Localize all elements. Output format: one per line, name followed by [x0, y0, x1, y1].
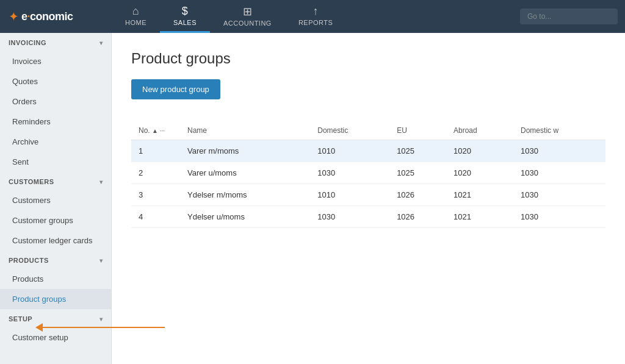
sidebar-item-reminders[interactable]: Reminders: [0, 112, 111, 132]
sidebar-item-customers[interactable]: Customers: [0, 190, 111, 210]
home-icon: ⌂: [132, 5, 139, 18]
sidebar: INVOICING ▾ Invoices Quotes Orders Remin…: [0, 33, 112, 364]
nav-reports[interactable]: ↑ REPORTS: [285, 0, 346, 33]
col-header-domestic-w: Domestic w: [513, 121, 605, 140]
cell-abroad: 1021: [446, 206, 513, 228]
cell-abroad: 1020: [446, 140, 513, 162]
product-groups-table: No. ▲ ··· Name Domestic EU Abroad Domest…: [131, 121, 605, 228]
cell-no: 4: [131, 206, 180, 228]
cell-name: Varer m/moms: [180, 140, 310, 162]
table-row[interactable]: 1Varer m/moms1010102510201030: [131, 140, 605, 162]
sidebar-item-invoices[interactable]: Invoices: [0, 51, 111, 71]
cell-no: 2: [131, 162, 180, 184]
chevron-down-icon: ▾: [99, 40, 103, 46]
sidebar-section-setup-label: SETUP: [9, 315, 32, 323]
sidebar-item-products[interactable]: Products: [0, 269, 111, 289]
sidebar-section-customers-label: CUSTOMERS: [9, 178, 54, 185]
cell-domestic_w: 1030: [513, 184, 605, 206]
top-nav: ✦ e·conomic ⌂ HOME $ SALES ⊞ ACCOUNTING …: [0, 0, 625, 33]
page-title: Product groups: [131, 50, 605, 67]
nav-items: ⌂ HOME $ SALES ⊞ ACCOUNTING ↑ REPORTS: [112, 0, 520, 33]
table-row[interactable]: 4Ydelser u/moms1030102610211030: [131, 206, 605, 228]
sales-icon: $: [182, 5, 189, 18]
col-header-no: No. ▲ ···: [131, 121, 180, 140]
sidebar-section-invoicing-label: INVOICING: [9, 39, 46, 46]
col-header-domestic: Domestic: [310, 121, 389, 140]
sidebar-item-customer-groups[interactable]: Customer groups: [0, 210, 111, 230]
sidebar-section-products[interactable]: PRODUCTS ▾: [0, 251, 111, 269]
nav-sales[interactable]: $ SALES: [160, 0, 210, 33]
cell-abroad: 1020: [446, 162, 513, 184]
cell-domestic: 1010: [310, 184, 389, 206]
reports-icon: ↑: [312, 5, 319, 18]
cell-eu: 1026: [389, 206, 446, 228]
chevron-down-icon: ▾: [99, 257, 103, 264]
cell-domestic: 1030: [310, 162, 389, 184]
logo-star-icon: ✦: [9, 9, 19, 24]
new-product-group-button[interactable]: New product group: [131, 79, 220, 99]
search-area: [520, 9, 618, 24]
sidebar-item-archive[interactable]: Archive: [0, 132, 111, 152]
chevron-down-icon: ▾: [99, 179, 103, 185]
cell-name: Ydelser m/moms: [180, 184, 310, 206]
sidebar-section-products-label: PRODUCTS: [9, 257, 49, 264]
search-input[interactable]: [520, 9, 618, 24]
sidebar-item-sent[interactable]: Sent: [0, 152, 111, 172]
cell-domestic: 1010: [310, 140, 389, 162]
main-content: Product groups New product group No. ▲ ·…: [112, 33, 625, 364]
sort-arrow-icon: ▲ ···: [152, 127, 165, 134]
sidebar-section-setup[interactable]: SETUP ▾: [0, 309, 111, 327]
nav-sales-label: SALES: [173, 19, 197, 26]
cell-domestic: 1030: [310, 206, 389, 228]
cell-no: 3: [131, 184, 180, 206]
sidebar-item-quotes[interactable]: Quotes: [0, 71, 111, 91]
col-header-eu: EU: [389, 121, 446, 140]
cell-domestic_w: 1030: [513, 162, 605, 184]
col-header-abroad: Abroad: [446, 121, 513, 140]
logo-text: e·conomic: [21, 10, 73, 23]
accounting-icon: ⊞: [243, 5, 253, 18]
cell-domestic_w: 1030: [513, 206, 605, 228]
table-row[interactable]: 3Ydelser m/moms1010102610211030: [131, 184, 605, 206]
sidebar-item-product-groups[interactable]: Product groups: [0, 289, 111, 309]
cell-abroad: 1021: [446, 184, 513, 206]
nav-accounting-label: ACCOUNTING: [223, 20, 272, 27]
nav-home-label: HOME: [125, 19, 146, 26]
nav-accounting[interactable]: ⊞ ACCOUNTING: [210, 0, 285, 33]
cell-no: 1: [131, 140, 180, 162]
cell-eu: 1025: [389, 140, 446, 162]
sidebar-item-customer-setup[interactable]: Customer setup: [0, 327, 111, 348]
cell-eu: 1026: [389, 184, 446, 206]
cell-name: Ydelser u/moms: [180, 206, 310, 228]
sidebar-section-invoicing[interactable]: INVOICING ▾: [0, 33, 111, 51]
nav-reports-label: REPORTS: [298, 19, 333, 26]
col-header-name: Name: [180, 121, 310, 140]
cell-eu: 1025: [389, 162, 446, 184]
cell-domestic_w: 1030: [513, 140, 605, 162]
table-row[interactable]: 2Varer u/moms1030102510201030: [131, 162, 605, 184]
chevron-down-icon: ▾: [99, 316, 103, 323]
body-area: INVOICING ▾ Invoices Quotes Orders Remin…: [0, 33, 625, 364]
cell-name: Varer u/moms: [180, 162, 310, 184]
sidebar-item-orders[interactable]: Orders: [0, 91, 111, 112]
sidebar-section-customers[interactable]: CUSTOMERS ▾: [0, 172, 111, 190]
logo-area: ✦ e·conomic: [0, 9, 112, 24]
nav-home[interactable]: ⌂ HOME: [112, 0, 160, 33]
sidebar-item-customer-ledger-cards[interactable]: Customer ledger cards: [0, 230, 111, 251]
